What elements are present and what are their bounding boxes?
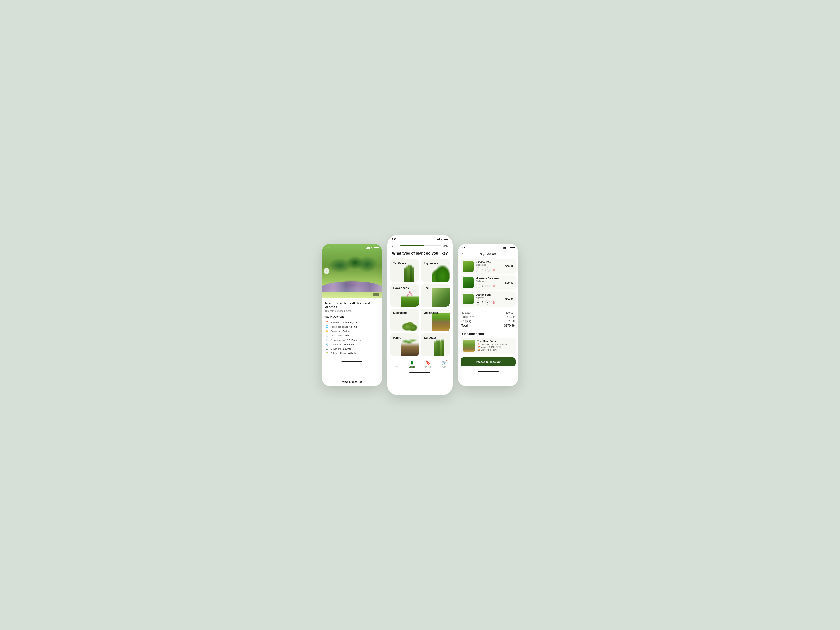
location-soil: 🌱 Soil conditions: Alfisols xyxy=(325,352,379,355)
status-icons-right: ▲ xyxy=(502,246,514,249)
order-summary: Subtotal $204.97 Taxes (20%) $40.99 Ship… xyxy=(458,308,518,330)
phone-left: 9:41 ▲ ‹ 1 / 5 French garden with fragra… xyxy=(322,243,382,387)
signal-icon-right xyxy=(502,246,506,249)
soil-icon: 🌱 xyxy=(325,352,328,355)
partner-details: The Plant Corner 📍 Cincinnati, OH • 16km… xyxy=(477,340,513,352)
nav-home[interactable]: ⌂ Home xyxy=(390,360,401,368)
banana-quantity: 1 xyxy=(482,268,483,271)
hero-image: 9:41 ▲ ‹ 1 / 5 xyxy=(322,243,382,298)
battery-icon xyxy=(374,246,378,249)
palms-illustration xyxy=(401,338,419,356)
location-heading: Your location xyxy=(325,316,379,319)
basket-item-banana: Banana Tree Big Leaves − 1 + 🗑 $69.99 xyxy=(461,259,516,274)
elevation-icon: ⛰️ xyxy=(325,347,328,350)
exposure-icon: ☀️ xyxy=(325,330,328,333)
banana-increase-button[interactable]: + xyxy=(485,267,490,272)
fern-category: Big Leaves xyxy=(476,297,503,299)
location-section: Your location 📍 Address: Cincinnati, OH … xyxy=(325,316,379,355)
big-leaves-illustration xyxy=(432,263,450,282)
favorites-icon: 🔖 xyxy=(425,360,431,365)
home-indicator-center xyxy=(387,369,453,376)
basket-title: My Basket xyxy=(480,252,496,256)
monstera-delete-button[interactable]: 🗑 xyxy=(491,284,496,288)
battery-fill xyxy=(374,247,378,248)
location-temp: 🌡️ Temp. max: 85°F xyxy=(325,334,379,337)
basket-back-button[interactable]: ‹ xyxy=(461,251,468,256)
view-plants-button[interactable]: ▲ View plants list xyxy=(322,374,382,387)
chevron-up-icon: ▲ xyxy=(324,377,379,379)
checkout-button[interactable]: Proceed to checkout xyxy=(461,357,516,366)
plant-card-tall-grass[interactable]: Tall Grass xyxy=(390,259,419,282)
banana-delete-button[interactable]: 🗑 xyxy=(491,267,496,272)
shipping-value: $25.00 xyxy=(507,320,515,322)
status-icons-left: ▲ xyxy=(366,246,378,249)
home-indicator-left xyxy=(322,361,382,365)
total-label: Total xyxy=(461,324,468,327)
basket-items-list: Banana Tree Big Leaves − 1 + 🗑 $69.99 Mo… xyxy=(458,259,518,307)
location-address: 📍 Address: Cincinnati, OH xyxy=(325,321,379,324)
fern-delete-button[interactable]: 🗑 xyxy=(491,300,496,305)
status-bar-right: 9:41 ▲ xyxy=(458,243,518,250)
partner-location-row: 📍 Cincinnati, OH • 16km away xyxy=(477,343,513,346)
home-indicator-right xyxy=(458,369,518,375)
precip-icon: 🌧️ xyxy=(325,338,328,341)
partner-section: Our partner store The Plant Corner 📍 Cin… xyxy=(458,330,518,356)
plant-type-grid: Tall Grass Big Leaves Flower beds Cacti … xyxy=(387,259,453,356)
battery-fill-right xyxy=(510,247,514,248)
location-elevation: ⛰️ Elevation: 1,250 ft xyxy=(325,347,379,350)
bottom-nav: ⌂ Home 🌲 Create 🔖 Favorites 🛒 Cart xyxy=(387,358,453,369)
phones-container: 9:41 ▲ ‹ 1 / 5 French garden with fragra… xyxy=(322,235,518,395)
skip-button[interactable]: Skip xyxy=(443,244,448,247)
location-hardiness: 🌐 Hardiness zone: 6a - 6b xyxy=(325,325,379,328)
monstera-name: Monstera Deliciosa xyxy=(476,277,503,280)
plant-card-palms[interactable]: Palms xyxy=(390,333,419,356)
status-time-center: 9:41 xyxy=(392,238,397,241)
total-row: Total $270.96 xyxy=(461,324,515,327)
banana-decrease-button[interactable]: − xyxy=(476,267,480,272)
fern-increase-button[interactable]: + xyxy=(485,300,490,305)
status-bar-left: 9:41 ▲ xyxy=(322,243,382,250)
plant-type-question: What type of plant do you like? xyxy=(387,250,453,259)
battery-fill-center xyxy=(444,238,448,240)
basket-header: ‹ My Basket xyxy=(458,250,518,259)
location-pin-icon: 📍 xyxy=(477,343,480,346)
plant-card-big-leaves[interactable]: Big Leaves xyxy=(421,259,450,282)
subtotal-label: Subtotal xyxy=(461,311,471,314)
back-button[interactable]: ‹ xyxy=(392,243,398,248)
banana-tree-details: Banana Tree Big Leaves − 1 + 🗑 xyxy=(476,261,503,272)
basket-item-fern: Ostrich Fern Big Leaves − 1 + 🗑 $34.99 xyxy=(461,291,516,307)
succulents-illustration xyxy=(401,313,419,332)
calendar-icon: 📅 xyxy=(477,346,480,348)
total-value: $270.96 xyxy=(504,324,515,327)
garden-title: French garden with fragrant aromas xyxy=(325,302,379,309)
home-icon: ⌂ xyxy=(395,360,397,365)
tall-grass-illustration xyxy=(401,263,419,282)
monstera-decrease-button[interactable]: − xyxy=(476,284,480,288)
status-icons-center: ▲ xyxy=(437,238,448,240)
partner-name: The Plant Corner xyxy=(477,340,513,343)
taxes-value: $40.99 xyxy=(507,316,515,318)
home-bar xyxy=(341,361,362,362)
partner-store-image xyxy=(463,340,475,352)
plant-card-succulents[interactable]: Succulents xyxy=(390,309,419,332)
nav-cart[interactable]: 🛒 Cart xyxy=(439,360,450,368)
banana-tree-controls: − 1 + 🗑 xyxy=(476,267,503,272)
taxes-label: Taxes (20%) xyxy=(461,316,475,318)
monstera-image xyxy=(463,277,474,288)
hero-prev-button[interactable]: ‹ xyxy=(324,268,330,274)
location-precip: 🌧️ Precipitations: 12.1" per year xyxy=(325,338,379,341)
address-icon: 📍 xyxy=(325,321,328,324)
nav-create[interactable]: 🌲 Create xyxy=(407,360,417,368)
fern-decrease-button[interactable]: − xyxy=(476,300,480,305)
partner-hours-row: 📅 Mon-Fri, 8 AM - 7 PM xyxy=(477,346,513,348)
overlay-gradient xyxy=(322,286,382,298)
top-nav: ‹ Skip xyxy=(387,242,453,250)
nav-favorites[interactable]: 🔖 Favorites xyxy=(423,360,433,368)
plant-card-vegetables[interactable]: Vegetables xyxy=(421,309,450,332)
plant-card-tall-grass-2[interactable]: Tall Grass xyxy=(421,333,450,356)
plant-card-cacti[interactable]: Cacti xyxy=(421,284,450,306)
plant-card-flower-beds[interactable]: Flower beds xyxy=(390,284,419,306)
signal-icon xyxy=(366,246,370,249)
garden-content: French garden with fragrant aromas 8 rec… xyxy=(322,298,382,360)
monstera-increase-button[interactable]: + xyxy=(485,284,490,288)
